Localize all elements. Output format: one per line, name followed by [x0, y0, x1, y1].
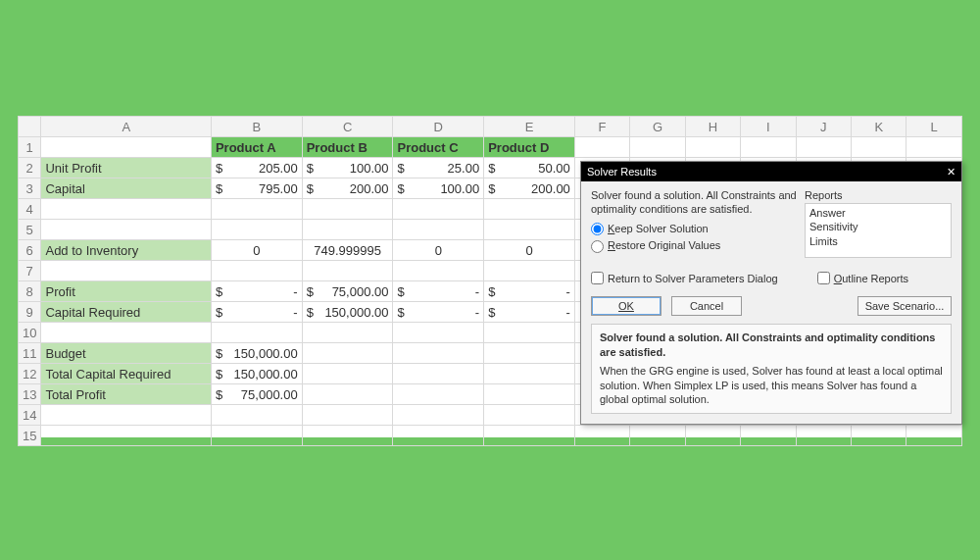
- cancel-button[interactable]: Cancel: [671, 296, 742, 316]
- row-header[interactable]: 5: [19, 220, 41, 240]
- cell[interactable]: [302, 343, 393, 364]
- cell[interactable]: [211, 323, 302, 343]
- col-header[interactable]: E: [484, 117, 575, 137]
- cell[interactable]: [393, 364, 484, 384]
- cell[interactable]: [211, 220, 302, 240]
- cell[interactable]: $205.00: [211, 158, 302, 178]
- keep-solution-radio[interactable]: [591, 223, 604, 235]
- cell[interactable]: $795.00: [211, 178, 302, 199]
- report-option[interactable]: Answer: [809, 206, 947, 220]
- cell[interactable]: [393, 261, 484, 281]
- col-header[interactable]: J: [796, 117, 851, 137]
- cell[interactable]: $-: [484, 281, 575, 302]
- cell[interactable]: [41, 405, 211, 426]
- cell[interactable]: [302, 405, 393, 426]
- cell[interactable]: [484, 384, 575, 405]
- header-product-a[interactable]: Product A: [211, 137, 302, 158]
- cell[interactable]: [302, 323, 393, 343]
- cell[interactable]: [630, 137, 685, 158]
- cell[interactable]: [685, 137, 740, 158]
- cell[interactable]: [741, 426, 796, 446]
- cell[interactable]: 0: [393, 240, 484, 261]
- cell[interactable]: [484, 364, 575, 384]
- cell[interactable]: 0: [484, 240, 575, 261]
- cell[interactable]: [41, 137, 211, 158]
- cell[interactable]: [484, 220, 575, 240]
- cell[interactable]: $-: [393, 281, 484, 302]
- report-option[interactable]: Limits: [809, 234, 947, 248]
- cell[interactable]: [574, 426, 629, 446]
- header-product-d[interactable]: Product D: [484, 137, 575, 158]
- cell[interactable]: [852, 137, 906, 158]
- cell[interactable]: [852, 426, 906, 446]
- cell[interactable]: [484, 405, 575, 426]
- cell[interactable]: [685, 426, 740, 446]
- cell[interactable]: $-: [211, 281, 302, 302]
- cell[interactable]: [302, 364, 393, 384]
- cell[interactable]: [302, 384, 393, 405]
- label-capital[interactable]: Capital: [41, 178, 211, 199]
- cell[interactable]: [393, 384, 484, 405]
- cell[interactable]: [796, 426, 851, 446]
- cell[interactable]: [41, 199, 211, 220]
- cell[interactable]: [393, 343, 484, 364]
- cell[interactable]: $75,000.00: [302, 281, 393, 302]
- row-header[interactable]: 15: [19, 426, 41, 446]
- cell[interactable]: [574, 137, 629, 158]
- corner-cell[interactable]: [19, 117, 41, 137]
- cell[interactable]: [41, 261, 211, 281]
- dialog-titlebar[interactable]: Solver Results ✕: [581, 162, 961, 181]
- cell[interactable]: $25.00: [393, 158, 484, 178]
- cell[interactable]: [211, 261, 302, 281]
- report-option[interactable]: Sensitivity: [809, 220, 947, 233]
- label-budget[interactable]: Budget: [41, 343, 211, 364]
- cell[interactable]: [484, 343, 575, 364]
- row-header[interactable]: 14: [19, 405, 41, 426]
- cell[interactable]: $-: [393, 302, 484, 323]
- cell[interactable]: [302, 199, 393, 220]
- row-header[interactable]: 10: [19, 323, 41, 343]
- label-add-inventory[interactable]: Add to Inventory: [41, 240, 211, 261]
- cell[interactable]: 0: [211, 240, 302, 261]
- cell[interactable]: [484, 261, 575, 281]
- cell[interactable]: [41, 426, 211, 446]
- cell[interactable]: [302, 426, 393, 446]
- close-icon[interactable]: ✕: [947, 162, 956, 181]
- cell[interactable]: [41, 220, 211, 240]
- col-header[interactable]: K: [852, 117, 906, 137]
- cell[interactable]: $200.00: [484, 178, 575, 199]
- cell[interactable]: [796, 137, 851, 158]
- row-header[interactable]: 12: [19, 364, 41, 384]
- cell[interactable]: [484, 323, 575, 343]
- row-header[interactable]: 3: [19, 178, 41, 199]
- keep-solution-option[interactable]: Keep Solver Solution: [591, 223, 797, 236]
- col-header[interactable]: H: [685, 117, 740, 137]
- cell[interactable]: [211, 199, 302, 220]
- header-product-c[interactable]: Product C: [393, 137, 484, 158]
- row-header[interactable]: 1: [19, 137, 41, 158]
- cell[interactable]: $150,000.00: [302, 302, 393, 323]
- label-capital-required[interactable]: Capital Required: [41, 302, 211, 323]
- label-total-capital-required[interactable]: Total Capital Required: [41, 364, 211, 384]
- col-header[interactable]: A: [41, 117, 211, 137]
- row-header[interactable]: 11: [19, 343, 41, 364]
- row-header[interactable]: 7: [19, 261, 41, 281]
- cell[interactable]: $100.00: [393, 178, 484, 199]
- cell[interactable]: [393, 426, 484, 446]
- cell[interactable]: [393, 199, 484, 220]
- row-header[interactable]: 2: [19, 158, 41, 178]
- cell[interactable]: $75,000.00: [211, 384, 302, 405]
- reports-list[interactable]: Answer Sensitivity Limits: [805, 203, 952, 258]
- cell[interactable]: [211, 405, 302, 426]
- row-header[interactable]: 6: [19, 240, 41, 261]
- column-header-row[interactable]: A B C D E F G H I J K L: [19, 117, 962, 137]
- col-header-active[interactable]: G: [630, 117, 685, 137]
- cell[interactable]: [211, 426, 302, 446]
- cell[interactable]: [393, 220, 484, 240]
- cell[interactable]: [630, 426, 685, 446]
- header-product-b[interactable]: Product B: [302, 137, 393, 158]
- outline-reports-checkbox[interactable]: [817, 272, 830, 284]
- row-header[interactable]: 9: [19, 302, 41, 323]
- label-unit-profit[interactable]: Unit Profit: [41, 158, 211, 178]
- label-total-profit[interactable]: Total Profit: [41, 384, 211, 405]
